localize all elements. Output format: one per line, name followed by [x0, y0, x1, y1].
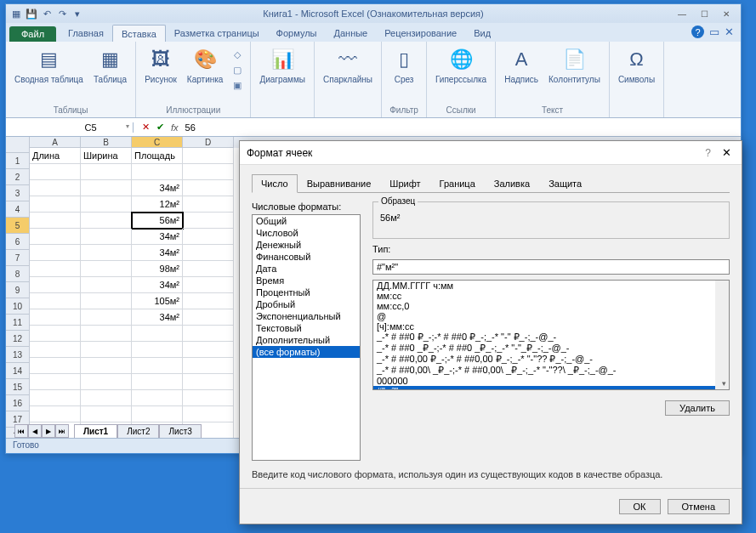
cell-A9[interactable] — [30, 277, 81, 293]
col-header-C[interactable]: C — [132, 137, 183, 148]
type-item[interactable]: _-* # ##0,00\ _₽_-;-* # ##0,00\ _₽_-;_-*… — [373, 365, 729, 376]
cell-C2[interactable] — [132, 164, 183, 180]
ribbon-Надпись[interactable]: AНадпись — [501, 44, 542, 86]
file-tab[interactable]: Файл — [9, 26, 56, 42]
cell-D17[interactable] — [183, 406, 234, 422]
shapes-icon[interactable]: ◇ — [230, 48, 245, 61]
ribbon-Таблица[interactable]: ▦Таблица — [90, 44, 130, 86]
row-header-3[interactable]: 3 — [6, 185, 29, 201]
cell-A4[interactable] — [30, 196, 81, 213]
cell-C3[interactable]: 34м² — [132, 180, 183, 196]
formula-value[interactable]: 56 — [185, 122, 196, 133]
cell-C1[interactable]: Площадь — [132, 148, 183, 164]
dialog-help-icon[interactable]: ? — [705, 147, 711, 159]
ribbon-tab-1[interactable]: Вставка — [112, 25, 166, 42]
cell-B14[interactable] — [81, 358, 132, 374]
enter-formula-icon[interactable]: ✔ — [156, 122, 164, 133]
cell-A12[interactable] — [30, 326, 81, 342]
cell-D8[interactable] — [183, 261, 234, 277]
ribbon-Спарклайны[interactable]: 〰Спарклайны — [320, 44, 376, 86]
fx-icon[interactable]: fx — [171, 122, 179, 133]
row-header-16[interactable]: 16 — [6, 395, 29, 411]
cell-B1[interactable]: Ширина — [81, 148, 132, 164]
prev-sheet-icon[interactable]: ◀ — [28, 424, 42, 438]
type-item[interactable]: мм:сс,0 — [373, 301, 729, 311]
cell-D7[interactable] — [183, 245, 234, 261]
cell-C4[interactable]: 12м² — [132, 196, 183, 213]
cell-B15[interactable] — [81, 374, 132, 390]
row-header-13[interactable]: 13 — [6, 347, 29, 363]
type-item[interactable]: _-* # ##0,00 ₽_-;-* # ##0,00 ₽_-;_-* "-"… — [373, 354, 729, 365]
cell-B7[interactable] — [81, 245, 132, 261]
cell-B6[interactable] — [81, 229, 132, 245]
first-sheet-icon[interactable]: ⏮ — [14, 424, 28, 438]
shapes-icon[interactable]: ▣ — [230, 78, 245, 92]
format-item[interactable]: (все форматы) — [253, 346, 360, 358]
close-workbook-icon[interactable]: ✕ — [725, 26, 734, 38]
cell-D10[interactable] — [183, 293, 234, 309]
cell-A7[interactable] — [30, 245, 81, 261]
sheet-tab-Лист2[interactable]: Лист2 — [117, 424, 159, 438]
maximize-button[interactable]: ☐ — [693, 7, 715, 20]
format-item[interactable]: Время — [253, 275, 360, 286]
cell-A3[interactable] — [30, 180, 81, 196]
row-header-6[interactable]: 6 — [6, 234, 29, 250]
type-item[interactable]: мм:сс — [373, 291, 729, 301]
cell-A14[interactable] — [30, 358, 81, 374]
cell-C8[interactable]: 98м² — [132, 261, 183, 277]
ribbon-Срез[interactable]: ▯Срез — [387, 44, 421, 86]
shapes-icon[interactable]: ▢ — [230, 63, 245, 77]
col-header-D[interactable]: D — [183, 137, 234, 148]
ok-button[interactable]: ОК — [619, 499, 661, 514]
row-header-7[interactable]: 7 — [6, 250, 29, 266]
close-button[interactable]: ✕ — [715, 7, 737, 20]
format-item[interactable]: Дробный — [253, 298, 360, 310]
cell-A16[interactable] — [30, 390, 81, 406]
cell-A11[interactable] — [30, 309, 81, 326]
cell-C5[interactable]: 56м² — [132, 213, 183, 229]
type-item[interactable]: _-* # ##0 ₽_-;-* # ##0 ₽_-;_-* "-" ₽_-;_… — [373, 332, 729, 343]
cell-C6[interactable]: 34м² — [132, 229, 183, 245]
last-sheet-icon[interactable]: ⏭ — [55, 424, 69, 438]
cell-A17[interactable] — [30, 406, 81, 422]
dialog-tab-1[interactable]: Выравнивание — [298, 174, 381, 193]
format-item[interactable]: Экспоненциальный — [253, 310, 360, 322]
cell-D14[interactable] — [183, 358, 234, 374]
cell-A13[interactable] — [30, 342, 81, 358]
cell-B11[interactable] — [81, 309, 132, 326]
row-header-15[interactable]: 15 — [6, 379, 29, 395]
row-header-2[interactable]: 2 — [6, 169, 29, 185]
cancel-button[interactable]: Отмена — [668, 499, 730, 514]
cell-B4[interactable] — [81, 196, 132, 213]
cell-D1[interactable] — [183, 148, 234, 164]
cell-D4[interactable] — [183, 196, 234, 213]
cell-C10[interactable]: 105м² — [132, 293, 183, 309]
cell-A5[interactable] — [30, 213, 81, 229]
type-item[interactable]: [ч]:мм:сс — [373, 321, 729, 332]
row-header-4[interactable]: 4 — [6, 201, 29, 218]
cell-C15[interactable] — [132, 374, 183, 390]
cell-C11[interactable]: 34м² — [132, 309, 183, 326]
cell-D9[interactable] — [183, 277, 234, 293]
cell-A2[interactable] — [30, 164, 81, 180]
ribbon-tab-4[interactable]: Данные — [325, 25, 376, 42]
cell-A1[interactable]: Длина — [30, 148, 81, 164]
cell-D3[interactable] — [183, 180, 234, 196]
cell-B13[interactable] — [81, 342, 132, 358]
format-item[interactable]: Денежный — [253, 239, 360, 251]
cell-D5[interactable] — [183, 213, 234, 229]
ribbon-Рисунок[interactable]: 🖼Рисунок — [141, 44, 180, 86]
format-item[interactable]: Финансовый — [253, 251, 360, 263]
dialog-tab-4[interactable]: Заливка — [485, 174, 539, 193]
scrollbar[interactable] — [715, 281, 729, 389]
name-box[interactable]: C5 — [48, 122, 134, 133]
cell-C16[interactable] — [132, 390, 183, 406]
format-item[interactable]: Числовой — [253, 227, 360, 239]
col-header-A[interactable]: A — [30, 137, 81, 148]
type-item[interactable]: 000000 — [373, 376, 729, 386]
ribbon-Картинка[interactable]: 🎨Картинка — [184, 44, 227, 86]
ribbon-tab-2[interactable]: Разметка страницы — [166, 25, 268, 42]
select-all[interactable] — [6, 137, 29, 153]
dialog-close-button[interactable]: ✕ — [716, 145, 736, 162]
cell-C12[interactable] — [132, 326, 183, 342]
